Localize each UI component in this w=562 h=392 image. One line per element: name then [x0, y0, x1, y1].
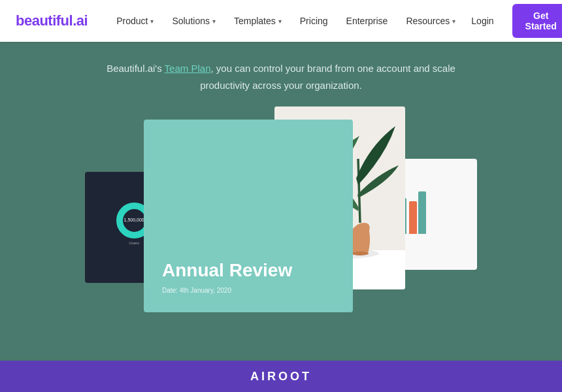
chevron-down-icon: ▾	[452, 18, 455, 25]
description-text: Beautiful.ai's Team Plan, you can contro…	[105, 60, 457, 93]
annual-review-date: Date: 4th January, 2020	[162, 287, 335, 294]
nav-item-enterprise[interactable]: Enterprise	[339, 10, 396, 31]
nav-templates-label: Templates	[234, 16, 276, 26]
bar-group-5	[409, 191, 426, 234]
annual-review-title: Annual Review	[162, 259, 335, 282]
logo-text: beautiful.ai	[16, 12, 88, 29]
svg-point-4	[352, 252, 369, 255]
navbar-left: beautiful.ai Product ▾ Solutions ▾ Templ…	[16, 10, 463, 31]
navbar-right: Login Get Started	[463, 4, 562, 38]
description-before: Beautiful.ai's	[107, 63, 164, 74]
footer-brand: AIROOT	[250, 370, 312, 384]
nav-item-pricing[interactable]: Pricing	[292, 10, 336, 31]
slides-container: The result User Acquisition 1,500,000 Us…	[85, 106, 477, 342]
donut-label-1: 1,500,000	[124, 218, 144, 223]
nav-product-label: Product	[116, 16, 148, 26]
nav-enterprise-label: Enterprise	[346, 16, 388, 26]
nav-item-solutions[interactable]: Solutions ▾	[164, 10, 223, 31]
nav-pricing-label: Pricing	[300, 16, 328, 26]
logo[interactable]: beautiful.ai	[16, 12, 88, 29]
bar-orange-5	[409, 201, 417, 234]
text-section: Beautiful.ai's Team Plan, you can contro…	[0, 42, 562, 93]
team-plan-link[interactable]: Team Plan	[165, 63, 211, 74]
chevron-down-icon: ▾	[212, 18, 216, 25]
nav-items: Product ▾ Solutions ▾ Templates ▾ Pricin…	[108, 10, 463, 31]
nav-item-templates[interactable]: Templates ▾	[226, 10, 289, 31]
navbar: beautiful.ai Product ▾ Solutions ▾ Templ…	[0, 0, 562, 42]
bar-teal-5	[418, 191, 426, 234]
chevron-down-icon: ▾	[278, 18, 282, 25]
slide-annual-review: Annual Review Date: 4th January, 2020	[144, 120, 353, 312]
description-after: , you can control your brand from one ac…	[200, 63, 455, 91]
nav-resources-label: Resources	[406, 16, 450, 26]
nav-item-resources[interactable]: Resources ▾	[398, 10, 463, 31]
nav-item-product[interactable]: Product ▾	[108, 10, 161, 31]
chevron-down-icon: ▾	[150, 18, 154, 25]
login-button[interactable]: Login	[463, 10, 501, 31]
nav-solutions-label: Solutions	[172, 16, 210, 26]
footer: AIROOT	[0, 361, 562, 392]
main-content: Beautiful.ai's Team Plan, you can contro…	[0, 42, 562, 392]
get-started-button[interactable]: Get Started	[512, 4, 562, 38]
